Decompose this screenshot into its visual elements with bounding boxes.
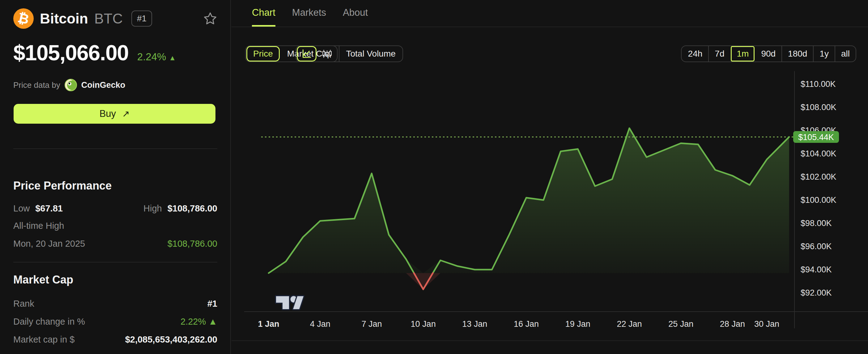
metric-price-button[interactable]: Price <box>246 46 280 61</box>
price-change-value: 2.24% <box>137 51 166 62</box>
ath-date: Mon, 20 Jan 2025 <box>13 239 85 249</box>
x-axis-label: 13 Jan <box>462 319 487 329</box>
price-change: 2.24% ▲ <box>137 51 176 63</box>
rank-badge: #1 <box>131 10 152 27</box>
bitcoin-logo-icon: ₿ <box>13 8 34 29</box>
rank-label: Rank <box>13 299 34 309</box>
candlestick-icon[interactable] <box>316 46 337 61</box>
low-high-row: Low $67.81 High $108,786.00 <box>13 203 217 214</box>
y-axis-label: $100.00K <box>801 196 836 205</box>
low-label: Low <box>13 203 30 214</box>
y-axis-label: $92.00K <box>801 288 832 297</box>
range-1m-button[interactable]: 1m <box>730 46 754 61</box>
coingecko-link[interactable]: CoinGecko <box>81 80 125 90</box>
tab-markets[interactable]: Markets <box>292 0 326 27</box>
y-axis-label: $102.00K <box>801 172 836 181</box>
market-cap-value: $2,085,653,403,262.00 <box>125 334 217 345</box>
attribution-row: Price data by CoinGecko <box>13 79 125 91</box>
tradingview-logo-icon[interactable] <box>276 296 304 309</box>
y-axis-label: $94.00K <box>801 265 832 274</box>
market-cap-row: Market cap in $ $2,085,653,403,262.00 <box>13 334 217 345</box>
range-90d-button[interactable]: 90d <box>754 46 781 61</box>
x-axis-label: 28 Jan <box>720 319 745 329</box>
chart-type-toggle-group <box>296 46 338 62</box>
daily-change-label: Daily change in % <box>13 317 85 327</box>
buy-label: Buy <box>99 108 116 119</box>
x-axis-label: 19 Jan <box>565 319 590 329</box>
attribution-label: Price data by <box>13 80 60 90</box>
area-fill-positive <box>269 128 789 273</box>
coin-header: ₿ Bitcoin BTC #1 <box>13 8 217 29</box>
range-180d-button[interactable]: 180d <box>781 46 813 61</box>
x-axis-label: 16 Jan <box>514 319 539 329</box>
price-row: $105,066.00 2.24% ▲ <box>13 40 176 65</box>
x-axis-label: 22 Jan <box>617 319 642 329</box>
line-chart-icon[interactable] <box>296 46 316 61</box>
buy-button[interactable]: Buy ↗ <box>13 104 215 124</box>
range-24h-button[interactable]: 24h <box>682 46 709 61</box>
ath-value: $108,786.00 <box>167 239 217 249</box>
high-value: $108,786.00 <box>167 203 217 214</box>
y-axis-label: $98.00K <box>801 218 832 228</box>
y-axis-label: $108.00K <box>801 102 836 112</box>
coin-name: Bitcoin <box>40 10 88 27</box>
area-fill-negative <box>269 273 789 289</box>
ath-label: All-time High <box>13 221 64 231</box>
rank-row: Rank #1 <box>13 299 217 309</box>
y-axis-label: $110.00K <box>801 80 836 89</box>
divider <box>13 262 217 263</box>
main-tabbar: Chart Markets About <box>231 0 868 27</box>
range-7d-button[interactable]: 7d <box>708 46 730 61</box>
x-axis-label: 10 Jan <box>411 319 436 329</box>
y-axis-label: $104.00K <box>801 149 836 158</box>
range-all-button[interactable]: all <box>835 46 856 61</box>
ath-value-row: Mon, 20 Jan 2025 $108,786.00 <box>13 239 217 249</box>
x-axis-label: 4 Jan <box>310 319 331 329</box>
tab-about[interactable]: About <box>343 0 368 27</box>
current-price: $105,066.00 <box>13 40 129 65</box>
high-label: High <box>144 203 162 214</box>
up-triangle-icon: ▲ <box>169 54 176 62</box>
favorite-star-icon[interactable] <box>203 11 217 26</box>
price-performance-title: Price Performance <box>13 179 112 192</box>
tab-chart[interactable]: Chart <box>252 0 275 27</box>
x-axis-label: 25 Jan <box>668 319 693 329</box>
x-axis-label: 30 Jan <box>754 319 779 329</box>
coin-ticker: BTC <box>94 10 123 27</box>
current-price-badge-label: $105.44K <box>798 132 834 142</box>
coin-sidebar: ₿ Bitcoin BTC #1 $105,066.00 2.24% ▲ Pri… <box>0 0 231 354</box>
range-1y-button[interactable]: 1y <box>813 46 835 61</box>
coingecko-logo-icon <box>65 79 77 91</box>
x-axis-label: 7 Jan <box>361 319 382 329</box>
market-cap-title: Market Cap <box>13 273 73 286</box>
divider <box>13 148 217 149</box>
time-range-group: 24h 7d 1m 90d 180d 1y all <box>681 46 856 62</box>
x-axis-label: 1 Jan <box>258 319 279 329</box>
rank-value: #1 <box>208 299 217 309</box>
low-value: $67.81 <box>35 203 63 214</box>
market-cap-label: Market cap in $ <box>13 334 74 345</box>
y-axis-label: $96.00K <box>801 242 832 251</box>
external-arrow-icon: ↗ <box>122 109 129 119</box>
ath-label-row: All-time High <box>13 221 217 231</box>
daily-change-row: Daily change in % 2.22% ▲ <box>13 317 217 327</box>
daily-change-value: 2.22% ▲ <box>181 317 217 327</box>
metric-total-volume-button[interactable]: Total Volume <box>339 46 402 61</box>
bitcoin-symbol: ₿ <box>17 10 31 28</box>
